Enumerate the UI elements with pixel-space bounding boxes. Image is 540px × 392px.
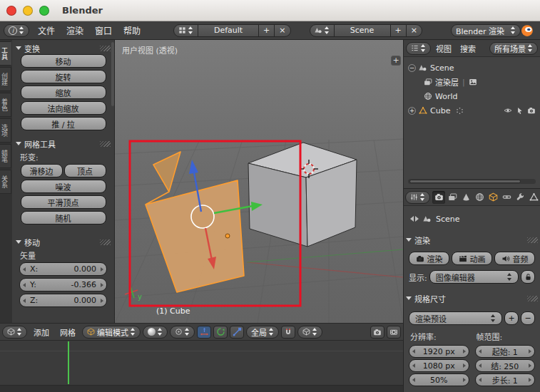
increment-arrow-icon[interactable] [529, 363, 531, 368]
display-filter-selector[interactable]: 所有场景 [489, 42, 538, 55]
render-preset-selector[interactable]: 渲染预设 [409, 311, 502, 325]
operator-panel-header[interactable]: 移动 [14, 236, 113, 248]
tab-object-data[interactable] [527, 191, 540, 204]
viewport-shading-selector[interactable] [143, 326, 168, 339]
editor-type-selector-info[interactable]: i [4, 24, 29, 37]
decrement-arrow-icon[interactable] [412, 349, 415, 354]
increment-arrow-icon[interactable] [101, 299, 103, 303]
dimensions-panel-header[interactable]: 规格尺寸 [404, 292, 540, 304]
scene-browse-button[interactable] [310, 24, 335, 37]
outliner-hscrollbar[interactable] [408, 179, 536, 184]
tool-button-vertex-slide[interactable]: 顶点 [64, 164, 106, 177]
collapse-toggle-icon[interactable]: − [408, 64, 416, 72]
render-still-button[interactable]: 渲染 [409, 252, 449, 265]
decrement-arrow-icon[interactable] [23, 267, 26, 272]
toolshelf-scrollbar[interactable] [111, 42, 114, 106]
decrement-arrow-icon[interactable] [23, 283, 26, 287]
move-x-field[interactable]: X: 0.000 [19, 262, 107, 276]
tab-grease-pencil[interactable]: 蜡笔 [0, 144, 11, 168]
menu-help[interactable]: 帮助 [118, 24, 146, 36]
transform-panel-header[interactable]: 变换 [14, 42, 113, 54]
render-animation-button[interactable]: 动画 [452, 252, 492, 265]
tab-create[interactable]: 创建 [0, 67, 11, 91]
opengl-render-button[interactable] [370, 326, 384, 339]
scene-name[interactable]: Scene [334, 24, 391, 37]
snap-toggle[interactable] [281, 326, 295, 339]
frame-step-field[interactable]: 步长: 1 [475, 373, 536, 386]
snap-element-selector[interactable] [297, 326, 322, 339]
render-audio-button[interactable]: 音频 [494, 252, 535, 265]
manipulator-scale-toggle[interactable] [230, 326, 244, 339]
menu-file[interactable]: 文件 [32, 24, 61, 36]
tool-button-noise[interactable]: 噪波 [21, 180, 106, 193]
render-panel-header[interactable]: 渲染 [404, 234, 540, 246]
tab-modifiers[interactable] [514, 191, 526, 204]
tool-button-smooth-vertex[interactable]: 平滑顶点 [21, 195, 106, 209]
lock-interface-button[interactable] [521, 270, 535, 284]
resolution-x-field[interactable]: 1920 px [409, 345, 469, 358]
frame-end-field[interactable]: 结: 250 [475, 359, 536, 372]
decrement-arrow-icon[interactable] [479, 378, 482, 382]
mesh-tools-panel-header[interactable]: 网格工具 [14, 138, 113, 150]
preset-add-button[interactable]: + [504, 311, 519, 325]
menu-window[interactable]: 窗口 [89, 24, 118, 36]
tab-constraints[interactable] [500, 191, 513, 204]
screen-layout-add-button[interactable]: + [258, 24, 275, 37]
tab-shading[interactable]: 着色 [0, 93, 11, 117]
move-y-field[interactable]: Y: -0.366 [19, 278, 107, 292]
tool-button-edge-slide[interactable]: 滑移边 [21, 164, 63, 177]
3d-viewport[interactable]: y 用户视图 (透视) (1) Cube + [115, 40, 403, 323]
z-axis-arrow[interactable] [189, 160, 198, 174]
close-button[interactable] [6, 6, 16, 16]
properties-region-toggle[interactable]: + [391, 56, 401, 66]
menu-render[interactable]: 渲染 [61, 24, 89, 36]
current-frame-playhead[interactable] [68, 341, 69, 384]
increment-arrow-icon[interactable] [463, 363, 466, 368]
resolution-y-field[interactable]: 1080 px [409, 359, 469, 372]
decrement-arrow-icon[interactable] [479, 349, 482, 354]
mode-selector[interactable]: 编辑模式 [82, 326, 141, 339]
increment-arrow-icon[interactable] [529, 349, 531, 354]
outliner-row-render-layers[interactable]: 渲染层 | [404, 75, 540, 89]
pivot-point-selector[interactable] [170, 326, 195, 339]
maximize-button[interactable] [39, 6, 49, 16]
screen-layout-browse-button[interactable] [173, 24, 198, 37]
tab-object[interactable] [486, 191, 499, 204]
opengl-render-animation-button[interactable] [387, 326, 401, 339]
tool-button-scale[interactable]: 缩放 [21, 86, 106, 99]
editor-type-selector-3dview[interactable] [2, 326, 27, 339]
editor-type-selector-properties[interactable] [405, 191, 430, 204]
outliner-row-cube[interactable]: + Cube [404, 103, 540, 118]
tool-button-push-pull[interactable]: 推 / 拉 [21, 117, 106, 130]
menu-view[interactable]: 视图 [432, 43, 455, 54]
manipulator-translate-toggle[interactable] [197, 326, 211, 339]
timeline-region[interactable] [0, 341, 403, 392]
decrement-arrow-icon[interactable] [479, 363, 482, 368]
increment-arrow-icon[interactable] [101, 267, 103, 272]
decrement-arrow-icon[interactable] [412, 363, 415, 368]
increment-arrow-icon[interactable] [101, 283, 103, 287]
scrollbar-thumb[interactable] [409, 180, 521, 183]
transform-orientation-selector[interactable]: 全局 [246, 326, 279, 339]
renderable-camera-icon[interactable] [527, 106, 536, 115]
decrement-arrow-icon[interactable] [412, 378, 415, 382]
manipulator-rotate-toggle[interactable] [213, 326, 228, 339]
visibility-eye-icon[interactable] [504, 106, 512, 115]
increment-arrow-icon[interactable] [463, 378, 466, 382]
selectable-cursor-icon[interactable] [516, 107, 524, 115]
decrement-arrow-icon[interactable] [23, 299, 26, 303]
minimize-button[interactable] [23, 6, 33, 16]
tab-render[interactable] [432, 191, 445, 204]
tab-render-layers[interactable] [446, 191, 459, 204]
outliner-row-world[interactable]: World [404, 89, 540, 103]
move-z-field[interactable]: Z: 0.000 [19, 294, 107, 307]
tool-button-shrink-fatten[interactable]: 法向缩放 [21, 101, 106, 115]
tool-button-randomize[interactable]: 随机 [21, 211, 106, 225]
tab-options[interactable]: 选项 [0, 118, 11, 143]
menu-search[interactable]: 搜索 [457, 43, 479, 54]
cube-object[interactable] [248, 143, 357, 247]
tab-tools[interactable]: 工具 [0, 41, 11, 66]
context-nav-icon[interactable] [410, 216, 419, 222]
increment-arrow-icon[interactable] [463, 349, 466, 354]
expand-toggle-icon[interactable]: + [408, 107, 416, 115]
